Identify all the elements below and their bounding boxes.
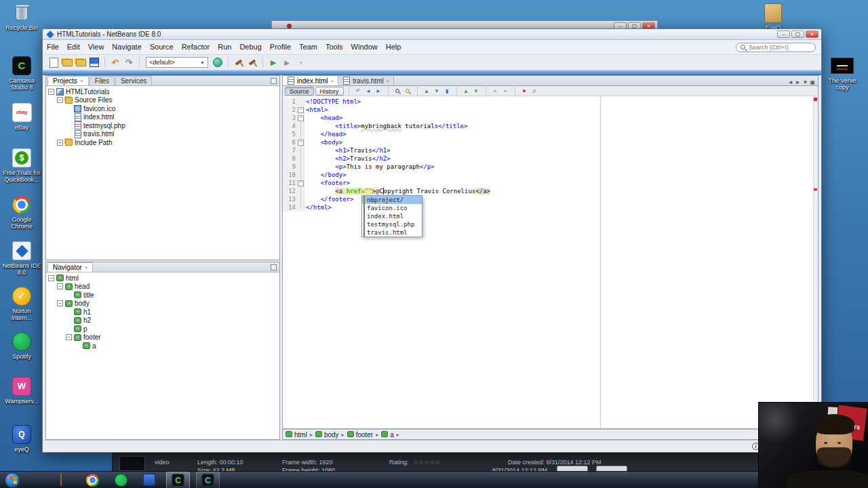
tree-item-footer[interactable]: −footer <box>46 333 279 342</box>
code-line-12[interactable]: 12 <a href="">@Copyright Travis Corneliu… <box>283 187 818 195</box>
collapse-icon[interactable]: − <box>57 283 63 289</box>
maximize-button[interactable]: ▢ <box>791 30 804 38</box>
breadcrumb-item-body[interactable]: body <box>315 431 339 439</box>
taskbar-chrome[interactable] <box>81 472 104 488</box>
breadcrumb-item-a[interactable]: a <box>381 431 394 439</box>
taskbar-spotify[interactable] <box>110 472 132 488</box>
desktop-icon-quickbooks[interactable]: Free Trials for QuickBook... <box>1 148 42 183</box>
code-line-1[interactable]: 1<!DOCTYPE html> <box>283 98 818 106</box>
taskbar-explorer[interactable] <box>56 472 66 488</box>
last-edit-icon[interactable]: ↶ <box>354 87 363 96</box>
collapse-icon[interactable]: − <box>48 275 54 281</box>
debug-project-icon[interactable]: ▶ <box>281 56 293 68</box>
profile-project-icon[interactable]: ◔ <box>294 56 307 68</box>
completion-item-favicon-ico[interactable]: favicon.ico <box>362 204 422 212</box>
code-line-10[interactable]: 10 </body> <box>283 171 818 179</box>
tab-projects[interactable]: Projects× <box>47 76 89 85</box>
code-line-7[interactable]: 7 <h1>Travis</h1> <box>283 146 818 155</box>
shift-left-icon[interactable]: « <box>491 87 500 96</box>
clean-build-icon[interactable] <box>246 56 258 68</box>
tab-navigator[interactable]: Navigator× <box>47 262 93 272</box>
globe-icon[interactable] <box>212 56 224 68</box>
taskbar-camtasia-recorder[interactable]: C <box>166 472 190 488</box>
tree-item-h2[interactable]: h2 <box>46 317 279 325</box>
collapse-icon[interactable]: − <box>48 89 54 95</box>
desktop-icon-eyeq-blue[interactable]: eyeQ <box>1 424 42 453</box>
history-view-button[interactable]: History <box>315 87 344 96</box>
menu-source[interactable]: Source <box>146 40 178 54</box>
scroll-tabs-right-icon[interactable]: ► <box>795 79 801 85</box>
desktop-icon-recycle-bin[interactable]: Recycle Bin <box>1 3 42 31</box>
fold-collapse-icon[interactable] <box>298 106 304 114</box>
code-line-9[interactable]: 9 <p>This is my paragraph</p> <box>283 163 818 171</box>
find-selection-icon[interactable] <box>393 87 402 96</box>
desktop-icon-camtasia[interactable]: Camtasia Studio 8 <box>1 56 42 91</box>
desktop-icon-verve[interactable]: The Verve copy <box>822 56 863 91</box>
completion-item-travis-html[interactable]: travis.html <box>362 228 422 237</box>
shift-right-icon[interactable]: » <box>501 87 510 96</box>
fold-collapse-icon[interactable] <box>298 114 304 122</box>
fold-collapse-icon[interactable] <box>298 138 304 146</box>
tree-item-html[interactable]: −html <box>46 274 279 283</box>
desktop-icon-chrome[interactable]: Google Chrome <box>1 195 42 230</box>
search-input[interactable] <box>736 43 816 52</box>
taskbar-app[interactable] <box>138 472 160 488</box>
code-line-6[interactable]: 6 <body> <box>283 138 818 146</box>
collapse-icon[interactable]: − <box>66 334 72 340</box>
tree-item-include-path[interactable]: +Include Path <box>46 138 279 147</box>
code-line-5[interactable]: 5 </head> <box>283 130 818 138</box>
breadcrumb-item-html[interactable]: html <box>285 431 307 439</box>
completion-item-testmysql-php[interactable]: testmysql.php <box>362 220 422 228</box>
desktop-icon-netbeans[interactable]: NetBeans IDE 8.0 <box>1 241 42 276</box>
code-line-4[interactable]: 4 <title>mybringback tutorials</title> <box>283 122 818 130</box>
collapse-icon[interactable]: − <box>57 97 63 103</box>
taskbar-camtasia-studio[interactable]: C <box>196 472 220 488</box>
tree-item-head[interactable]: −head <box>46 283 279 291</box>
undo-icon[interactable]: ↶ <box>109 56 121 68</box>
menu-edit[interactable]: Edit <box>63 40 84 54</box>
code-line-3[interactable]: 3 <head> <box>283 114 818 122</box>
menu-view[interactable]: View <box>84 40 108 54</box>
next-bookmark-icon[interactable]: ▼ <box>433 87 441 96</box>
menu-run[interactable]: Run <box>214 40 235 54</box>
tree-item-favicon-ico[interactable]: favicon.ico <box>46 104 279 113</box>
code-line-2[interactable]: 2<html> <box>283 106 818 114</box>
run-project-icon[interactable]: ▶ <box>267 56 279 68</box>
tab-services[interactable]: Services <box>115 76 152 85</box>
tree-item-testmysql-php[interactable]: testmysql.php <box>46 121 279 130</box>
save-all-icon[interactable] <box>88 56 100 68</box>
close-tab-icon[interactable]: × <box>331 78 334 84</box>
code-line-11[interactable]: 11 <footer> <box>283 179 818 187</box>
comment-icon[interactable]: // <box>530 87 539 96</box>
next-occurrence-icon[interactable]: ▼ <box>472 87 481 96</box>
code-editor[interactable]: 1<!DOCTYPE html>2<html>3 <head>4 <title>… <box>282 96 818 429</box>
minimize-button[interactable]: – <box>777 30 790 38</box>
minimize-panel-icon[interactable] <box>271 78 277 84</box>
new-project-icon[interactable] <box>61 56 73 68</box>
tree-item-p[interactable]: p <box>46 325 279 333</box>
tab-list-icon[interactable]: ▼ <box>803 79 808 85</box>
tree-item-a[interactable]: a <box>46 342 279 350</box>
open-project-icon[interactable] <box>75 56 87 68</box>
redo-icon[interactable]: ↷ <box>123 56 135 68</box>
menu-navigate[interactable]: Navigate <box>108 40 145 54</box>
toggle-highlight-icon[interactable] <box>403 87 412 96</box>
editor-tab-index-html[interactable]: index.html× <box>283 76 338 85</box>
expand-icon[interactable]: + <box>57 140 63 146</box>
completion-item-index-html[interactable]: index.html <box>362 212 422 220</box>
minimize-panel-icon[interactable] <box>271 264 277 270</box>
forward-icon[interactable]: ► <box>374 87 383 96</box>
error-stripe[interactable] <box>813 96 818 428</box>
tab-files[interactable]: Files <box>90 76 115 85</box>
record-macro-icon[interactable]: ● <box>520 87 529 96</box>
source-view-button[interactable]: Source <box>285 87 314 96</box>
back-icon[interactable]: ◄ <box>364 87 373 96</box>
breadcrumb-item-footer[interactable]: footer <box>347 431 374 439</box>
code-line-8[interactable]: 8 <h2>Travis</h2> <box>283 155 818 163</box>
previous-bookmark-icon[interactable]: ▲ <box>422 87 431 96</box>
configuration-dropdown[interactable]: <default>▼ <box>146 57 208 68</box>
tree-item-title[interactable]: title <box>46 291 279 300</box>
desktop-icon-ebay[interactable]: eBay <box>1 102 42 131</box>
close-tab-icon[interactable]: × <box>387 78 390 84</box>
menu-profile[interactable]: Profile <box>266 40 295 54</box>
